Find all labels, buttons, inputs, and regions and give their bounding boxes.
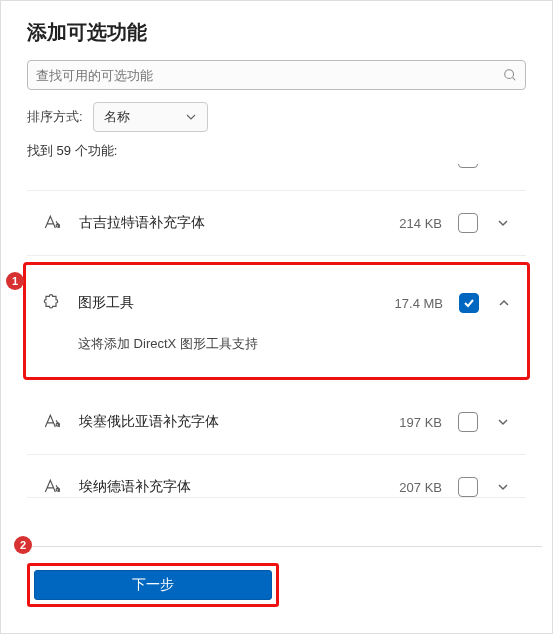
next-button[interactable]: 下一步 bbox=[34, 570, 272, 600]
dialog-title: 添加可选功能 bbox=[27, 19, 526, 46]
search-icon bbox=[503, 68, 517, 82]
feature-name: 埃纳德语补充字体 bbox=[79, 478, 366, 496]
feature-size: 197 KB bbox=[382, 415, 442, 430]
results-count: 找到 59 个功能: bbox=[27, 142, 526, 160]
check-icon bbox=[463, 297, 475, 309]
feature-checkbox[interactable] bbox=[458, 213, 478, 233]
sort-selected-value: 名称 bbox=[104, 108, 130, 126]
feature-size: 207 KB bbox=[382, 480, 442, 495]
search-input[interactable] bbox=[36, 68, 503, 83]
feature-checkbox[interactable] bbox=[458, 477, 478, 497]
feature-description: 这将添加 DirectX 图形工具支持 bbox=[26, 335, 527, 377]
annotation-badge-1: 1 bbox=[6, 272, 24, 290]
font-icon bbox=[41, 164, 63, 168]
svg-line-1 bbox=[513, 78, 516, 81]
expand-toggle[interactable] bbox=[494, 416, 512, 428]
feature-name: 叙利亚语补充字体 bbox=[79, 164, 366, 167]
chevron-down-icon bbox=[185, 111, 197, 123]
chevron-down-icon bbox=[497, 481, 509, 493]
feature-size: 77.8 KB bbox=[382, 164, 442, 166]
annotation-badge-2: 2 bbox=[14, 536, 32, 554]
feature-item[interactable]: 叙利亚语补充字体 77.8 KB bbox=[27, 164, 526, 191]
chevron-down-icon bbox=[497, 217, 509, 229]
search-input-container[interactable] bbox=[27, 60, 526, 90]
sort-label: 排序方式: bbox=[27, 108, 83, 126]
feature-checkbox[interactable] bbox=[458, 412, 478, 432]
chevron-up-icon bbox=[498, 297, 510, 309]
feature-item[interactable]: 埃塞俄比亚语补充字体 197 KB bbox=[27, 390, 526, 455]
feature-name: 图形工具 bbox=[78, 294, 367, 312]
feature-item[interactable]: 古吉拉特语补充字体 214 KB bbox=[27, 191, 526, 256]
chevron-down-icon bbox=[497, 416, 509, 428]
puzzle-icon bbox=[40, 293, 62, 313]
feature-item[interactable]: 图形工具 17.4 MB 这将添加 DirectX 图形工具支持 bbox=[26, 265, 527, 377]
expand-toggle[interactable] bbox=[495, 297, 513, 309]
feature-name: 古吉拉特语补充字体 bbox=[79, 214, 366, 232]
expand-toggle[interactable] bbox=[494, 481, 512, 493]
font-icon bbox=[41, 477, 63, 497]
feature-checkbox[interactable] bbox=[458, 164, 478, 168]
feature-checkbox[interactable] bbox=[459, 293, 479, 313]
sort-select[interactable]: 名称 bbox=[93, 102, 208, 132]
font-icon bbox=[41, 412, 63, 432]
feature-name: 埃塞俄比亚语补充字体 bbox=[79, 413, 366, 431]
feature-item[interactable]: 埃纳德语补充字体 207 KB bbox=[27, 455, 526, 498]
feature-size: 17.4 MB bbox=[383, 296, 443, 311]
highlighted-feature: 图形工具 17.4 MB 这将添加 DirectX 图形工具支持 bbox=[23, 262, 530, 380]
expand-toggle[interactable] bbox=[494, 217, 512, 229]
svg-point-0 bbox=[505, 70, 514, 79]
feature-size: 214 KB bbox=[382, 216, 442, 231]
font-icon bbox=[41, 213, 63, 233]
next-button-highlight: 下一步 bbox=[27, 563, 279, 607]
